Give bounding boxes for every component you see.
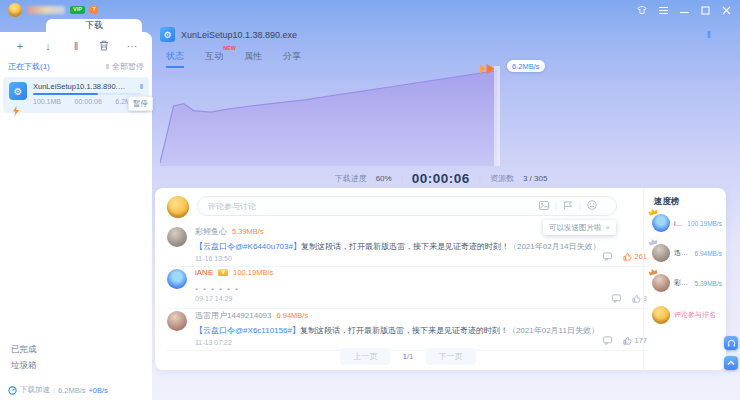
leaderboard-item: iANE 100.19MB/s	[652, 214, 722, 232]
detail-pause-button[interactable]: ‖	[707, 30, 711, 40]
vip-badge: V	[218, 269, 228, 276]
download-list-panel: + ↓ ‖ ··· 正在下载(1) ‖ 全部暂停 ⚙ XunLeiSetup10…	[0, 32, 152, 400]
pause-tooltip: 暂停	[128, 96, 153, 111]
reply-icon[interactable]	[612, 294, 621, 303]
status-boost: +0B/s	[88, 386, 107, 395]
minimize-icon[interactable]	[678, 4, 690, 16]
commenter-avatar[interactable]	[167, 227, 187, 247]
commenter-name[interactable]: 迅雷用户1449214093	[195, 310, 272, 321]
image-icon[interactable]	[539, 201, 549, 210]
self-avatar	[652, 306, 670, 324]
sidebar-item-completed[interactable]: 已完成	[11, 344, 37, 356]
join-rank-link[interactable]: 评论参与排名	[674, 310, 716, 320]
comment-text: 【云盘口令@#X6c110156#】复制这段话，打开最新版迅雷，接下来是见证奇迹…	[195, 325, 635, 336]
new-badge: NEW	[223, 45, 236, 51]
comment-item: 迅雷用户1449214093 6.94MB/s 【云盘口令@#X6c110156…	[167, 308, 649, 351]
task-file-icon: ⚙	[9, 82, 27, 100]
emoji-icon[interactable]	[587, 200, 597, 210]
rank-name: 彩鲤鱼心	[674, 278, 691, 288]
status-label[interactable]: 下载加速	[20, 385, 50, 395]
image-feature-tooltip: 可以发送图片啦 ×	[543, 220, 616, 235]
task-pause-button[interactable]: ‖	[140, 82, 143, 91]
compose-avatar	[167, 196, 189, 218]
resource-value: 3 / 305	[523, 174, 547, 183]
app-window: VIP 7 下载 + ↓ ‖	[0, 0, 740, 400]
close-icon[interactable]	[720, 4, 732, 16]
detail-file-icon: ⚙	[160, 27, 175, 42]
detail-file-name: XunLeiSetup10.1.38.890.exe	[181, 30, 297, 40]
leaderboard-cta[interactable]: 评论参与排名	[652, 306, 722, 324]
reply-icon[interactable]	[603, 336, 612, 345]
start-all-icon[interactable]: ↓	[42, 41, 54, 52]
download-task-item[interactable]: ⚙ XunLeiSetup10.1.38.890.exe ‖ 100.1MB 0…	[3, 77, 149, 113]
current-speed-badge: 6.2MB/s	[507, 60, 545, 72]
level-badge: 7	[90, 6, 98, 15]
progress-value: 60%	[376, 174, 392, 183]
task-size: 100.1MB	[33, 98, 61, 105]
commenter-name[interactable]: iANE	[195, 268, 213, 277]
nav-tab-download[interactable]: 下载	[46, 19, 142, 32]
pause-icon[interactable]: ‖	[70, 41, 82, 52]
back-to-top-button[interactable]	[724, 356, 738, 370]
task-progress-fill	[33, 93, 98, 95]
rank-avatar[interactable]	[652, 244, 670, 262]
titlebar: VIP 7	[0, 0, 740, 20]
page-indicator: 1/1	[402, 352, 413, 361]
comment-item: iANE V 100.19MB/s 。。。。。。 09-17 14:29 8	[167, 266, 649, 309]
resource-label: 资源数	[490, 173, 514, 184]
rank-avatar[interactable]	[652, 274, 670, 292]
user-avatar[interactable]	[8, 3, 22, 17]
speed-leaderboard: 速度榜 iANE 100.19MB/s 迅雷用户… 6.94MB/s	[643, 188, 727, 370]
add-task-icon[interactable]: +	[14, 41, 26, 52]
commenter-avatar[interactable]	[167, 311, 187, 331]
rank-speed: 6.94MB/s	[695, 250, 722, 257]
rank-name: iANE	[674, 220, 683, 227]
status-speed: 6.2MB/s	[58, 386, 86, 395]
comment-date: 11-16 13:50	[195, 255, 649, 262]
maximize-icon[interactable]	[699, 4, 711, 16]
skin-icon[interactable]	[636, 4, 648, 16]
arrow-up-icon	[727, 359, 735, 367]
commenter-speed: 100.19MB/s	[233, 268, 273, 277]
pause-all-button[interactable]: ‖ 全部暂停	[106, 61, 144, 72]
prev-page-button[interactable]: 上一页	[340, 348, 390, 365]
pause-all-icon: ‖	[106, 62, 109, 71]
comments-card: | | 可以发送图片啦 × 彩鲤鱼心 5.39MB/s 【云盘口令@#K6440…	[155, 188, 726, 370]
speed-gauge-icon[interactable]	[8, 386, 17, 395]
vip-badge: VIP	[70, 6, 85, 15]
service-button[interactable]	[724, 336, 738, 350]
download-stats-row: 下载进度 60% | 00:00:06 | 资源数 3 / 305	[160, 171, 722, 186]
boost-lightning-icon[interactable]	[12, 102, 20, 120]
rank-avatar[interactable]	[652, 214, 670, 232]
rank-name: 迅雷用户…	[674, 248, 691, 258]
task-values: 100.1MB 00:00:06 6.2MB/s	[33, 98, 141, 105]
commenter-speed: 5.39MB/s	[232, 227, 264, 236]
more-icon[interactable]: ···	[126, 41, 138, 52]
sticker-icon[interactable]	[563, 201, 573, 210]
delete-icon[interactable]	[98, 40, 110, 53]
list-toolbar: + ↓ ‖ ···	[0, 32, 152, 58]
reply-icon[interactable]	[603, 252, 612, 261]
comment-date: 09-17 14:29	[195, 295, 649, 302]
sidebar-item-trash[interactable]: 垃圾箱	[11, 360, 37, 372]
comment-text: 【云盘口令@#K6440u703#】复制这段话，打开最新版迅雷，接下来是见证奇迹…	[195, 241, 635, 252]
menu-icon[interactable]	[657, 4, 669, 16]
progress-label: 下载进度	[335, 173, 367, 184]
elapsed-time: 00:00:06	[412, 171, 470, 186]
comment-date: 11-13 07:22	[195, 339, 649, 346]
commenter-name[interactable]: 彩鲤鱼心	[195, 226, 227, 237]
comment-text: 。。。。。。	[195, 281, 635, 292]
leaderboard-title: 速度榜	[654, 196, 680, 208]
downloading-section-label[interactable]: 正在下载(1)	[8, 61, 50, 72]
headset-icon	[727, 339, 736, 348]
status-bar: 下载加速 | 6.2MB/s +0B/s	[8, 385, 108, 395]
rank-speed: 100.19MB/s	[687, 220, 722, 227]
speed-chart-area: 6.2MB/s	[160, 66, 722, 167]
rocket-icon	[479, 61, 496, 79]
next-page-button[interactable]: 下一页	[426, 348, 476, 365]
compose-icons: | |	[539, 200, 597, 210]
tooltip-close-icon[interactable]: ×	[606, 223, 610, 232]
task-detail-header: ⚙ XunLeiSetup10.1.38.890.exe	[160, 27, 297, 42]
commenter-avatar[interactable]	[167, 269, 187, 289]
pagination: 上一页 1/1 下一页	[167, 348, 649, 365]
